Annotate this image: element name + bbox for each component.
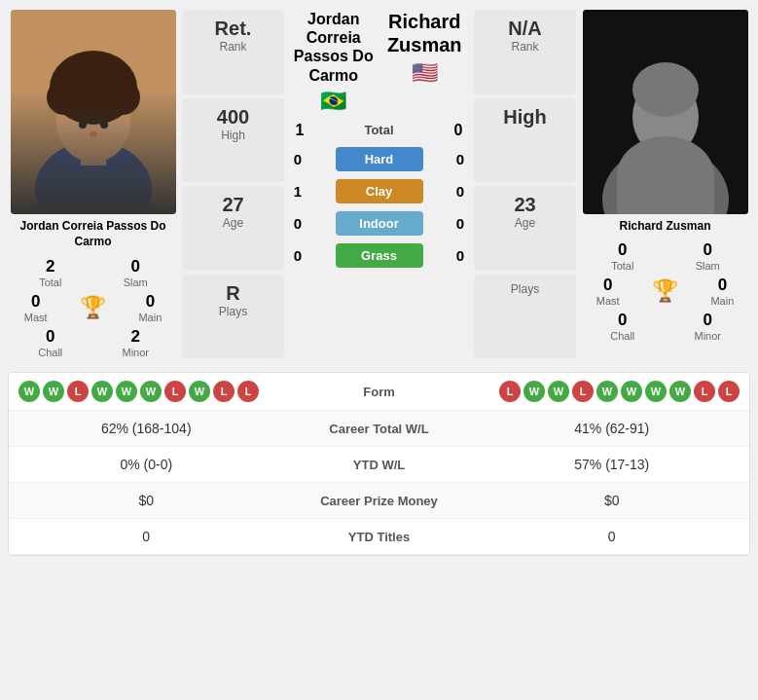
stats-label-1: YTD W/L bbox=[272, 458, 487, 472]
stats-right-1: 57% (17-13) bbox=[487, 457, 739, 472]
form-badge-l: L bbox=[694, 381, 715, 402]
clay-button[interactable]: Clay bbox=[336, 179, 423, 203]
svg-point-12 bbox=[90, 131, 97, 137]
form-badge-l: L bbox=[499, 381, 521, 402]
stats-row-2: $0Career Prize Money$0 bbox=[9, 483, 749, 519]
left-minor-stat: 2 Minor bbox=[93, 327, 179, 358]
svg-point-11 bbox=[100, 121, 108, 129]
svg-point-10 bbox=[79, 121, 87, 129]
left-slam-stat: 0 Slam bbox=[93, 257, 179, 288]
age-box: 27 Age bbox=[182, 186, 284, 271]
form-badge-l: L bbox=[67, 381, 89, 402]
indoor-button[interactable]: Indoor bbox=[336, 211, 423, 236]
right-rank-box: N/A Rank bbox=[474, 10, 576, 94]
form-badge-l: L bbox=[213, 381, 235, 402]
form-badge-w: W bbox=[548, 381, 569, 402]
svg-rect-0 bbox=[11, 10, 176, 214]
surface-indoor-row: 0 Indoor 0 bbox=[288, 211, 470, 236]
form-badge-w: W bbox=[645, 381, 667, 402]
svg-rect-15 bbox=[655, 136, 676, 164]
left-main-stat: 0 Main bbox=[138, 292, 162, 323]
player-left-photo bbox=[11, 10, 176, 214]
right-main-stat: 0 Main bbox=[710, 276, 734, 307]
form-badge-w: W bbox=[189, 381, 210, 402]
form-badge-w: W bbox=[596, 381, 618, 402]
form-badge-w: W bbox=[140, 381, 162, 402]
form-badge-w: W bbox=[669, 381, 691, 402]
left-stat-boxes: Ret. Rank 400 High 27 Age R Plays bbox=[182, 10, 284, 358]
stats-left-1: 0% (0-0) bbox=[20, 457, 272, 472]
right-minor-stat: 0 Minor bbox=[666, 311, 751, 342]
total-label: Total bbox=[364, 123, 393, 137]
surface-hard-row: 0 Hard 0 bbox=[288, 147, 470, 171]
right-plays-box: Plays bbox=[474, 275, 576, 359]
svg-rect-2 bbox=[81, 136, 106, 166]
right-stat-boxes: N/A Rank High 23 Age Plays bbox=[474, 10, 576, 358]
left-flag: 🇧🇷 bbox=[288, 89, 379, 114]
stats-label-2: Career Prize Money bbox=[272, 494, 487, 508]
hard-button[interactable]: Hard bbox=[336, 147, 423, 171]
form-badge-w: W bbox=[43, 381, 64, 402]
left-chall-stat: 0 Chall bbox=[8, 327, 93, 358]
center-panel: Jordan Correia Passos Do Carmo 🇧🇷 Richar… bbox=[288, 10, 470, 358]
right-age-box: 23 Age bbox=[474, 186, 576, 271]
svg-point-9 bbox=[78, 60, 109, 92]
right-slam-stat: 0 Slam bbox=[666, 240, 751, 272]
stats-label-3: YTD Titles bbox=[272, 530, 487, 544]
form-badge-l: L bbox=[164, 381, 186, 402]
stats-right-2: $0 bbox=[487, 493, 739, 508]
left-trophy-icon: 🏆 bbox=[80, 295, 106, 320]
stats-table: WWLWWWLWLL Form LWWLWWWWLL 62% (168-104)… bbox=[8, 372, 750, 556]
grass-button[interactable]: Grass bbox=[336, 243, 423, 268]
player-right-panel: Richard Zusman 0 Total 0 Slam 0 Mast 🏆 bbox=[580, 10, 750, 358]
form-row: WWLWWWLWLL Form LWWLWWWWLL bbox=[9, 373, 749, 411]
form-badge-w: W bbox=[116, 381, 137, 402]
total-score-row: 1 Total 0 bbox=[288, 122, 470, 139]
svg-point-1 bbox=[35, 141, 152, 214]
left-player-header: Jordan Correia Passos Do Carmo 🇧🇷 bbox=[288, 10, 379, 114]
stats-rows-container: 62% (168-104)Career Total W/L41% (62-91)… bbox=[9, 411, 749, 555]
right-flag: 🇺🇸 bbox=[379, 60, 471, 86]
stats-right-3: 0 bbox=[487, 529, 739, 544]
plays-box: R Plays bbox=[182, 275, 284, 359]
form-label: Form bbox=[341, 385, 418, 399]
stats-row-0: 62% (168-104)Career Total W/L41% (62-91) bbox=[9, 411, 749, 447]
svg-point-3 bbox=[56, 81, 130, 163]
right-high-box: High bbox=[474, 98, 576, 183]
right-chall-stat: 0 Chall bbox=[580, 311, 666, 342]
left-mast-stat: 0 Mast bbox=[24, 292, 48, 323]
left-total-stat: 2 Total bbox=[8, 257, 93, 288]
right-total-stat: 0 Total bbox=[580, 240, 666, 272]
right-trophy-icon: 🏆 bbox=[652, 278, 678, 304]
player-right-name: Richard Zusman bbox=[619, 219, 710, 233]
right-mast-stat: 0 Mast bbox=[596, 276, 620, 307]
form-badge-w: W bbox=[523, 381, 545, 402]
stats-left-3: 0 bbox=[20, 529, 272, 544]
form-badge-w: W bbox=[18, 381, 40, 402]
stats-label-0: Career Total W/L bbox=[272, 422, 487, 436]
form-badge-w: W bbox=[91, 381, 113, 402]
right-form-badges: LWWLWWWWLL bbox=[421, 381, 740, 402]
svg-point-17 bbox=[632, 62, 699, 117]
form-badge-l: L bbox=[572, 381, 594, 402]
player-left-panel: Jordan Correia Passos Do Carmo 2 Total 0… bbox=[8, 10, 178, 358]
left-form-badges: WWLWWWLWLL bbox=[18, 381, 338, 402]
stats-left-2: $0 bbox=[20, 493, 272, 508]
stats-row-3: 0YTD Titles0 bbox=[9, 519, 749, 555]
form-badge-w: W bbox=[621, 381, 642, 402]
player-right-photo bbox=[583, 10, 748, 214]
surface-clay-row: 1 Clay 0 bbox=[288, 179, 470, 203]
comparison-section: Jordan Correia Passos Do Carmo 2 Total 0… bbox=[0, 0, 758, 368]
high-box: 400 High bbox=[182, 98, 284, 183]
stats-left-0: 62% (168-104) bbox=[20, 421, 272, 436]
stats-row-1: 0% (0-0)YTD W/L57% (17-13) bbox=[9, 447, 749, 483]
stats-right-0: 41% (62-91) bbox=[487, 421, 739, 436]
right-player-header: Richard Zusman 🇺🇸 bbox=[379, 10, 471, 114]
player-left-name: Jordan Correia Passos Do Carmo bbox=[8, 219, 178, 249]
rank-box: Ret. Rank bbox=[182, 10, 284, 94]
form-badge-l: L bbox=[718, 381, 740, 402]
form-badge-l: L bbox=[237, 381, 259, 402]
main-container: Jordan Correia Passos Do Carmo 2 Total 0… bbox=[0, 0, 758, 556]
surface-grass-row: 0 Grass 0 bbox=[288, 243, 470, 268]
